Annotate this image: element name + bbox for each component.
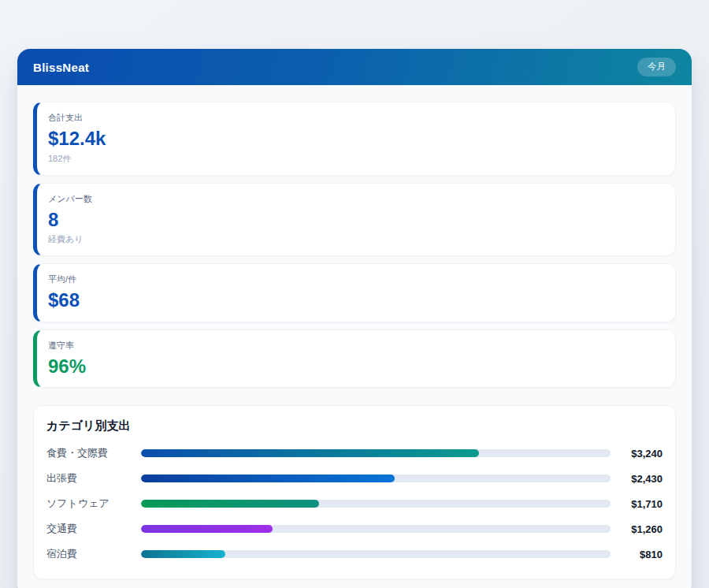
stat-value: $68 [48,289,661,311]
stat-value: $12.4k [48,128,661,150]
bar-track [141,550,611,558]
bar-track [141,500,611,508]
bar-fill [141,550,225,558]
category-row: 食費・交際費 $3,240 [46,446,663,460]
stat-sub: 経費あり [48,233,661,245]
category-label: 出張費 [46,471,141,486]
app-title: BlissNeat [33,61,89,74]
app-window: BlissNeat 今月 合計支出 $12.4k 182件 メンバー数 8 経費… [17,49,692,588]
category-label: 交通費 [46,522,141,536]
bar-fill [141,474,395,482]
stat-label: メンバー数 [48,193,661,205]
category-row: 宿泊費 $810 [46,547,663,561]
category-amount: $1,710 [611,498,663,510]
category-row: ソフトウェア $1,710 [46,497,663,511]
stat-card-total-spend: 合計支出 $12.4k 182件 [33,102,676,176]
category-amount: $3,240 [611,448,663,460]
category-label: ソフトウェア [46,497,141,511]
stat-sub: 182件 [48,153,661,165]
dashboard-content: 合計支出 $12.4k 182件 メンバー数 8 経費あり 平均/件 $68 遵… [17,85,692,588]
category-row: 交通費 $1,260 [46,522,663,536]
category-breakdown-card: カテゴリ別支出 食費・交際費 $3,240 出張費 $2,430 ソフトウェア … [33,405,676,579]
bar-fill [141,525,273,533]
stat-label: 合計支出 [48,112,661,124]
bar-track [141,449,611,457]
bar-fill [141,500,319,508]
stat-card-compliance-rate: 遵守率 96% [33,329,676,389]
category-amount: $810 [611,549,663,560]
stat-value: 8 [48,209,661,231]
category-label: 宿泊費 [46,547,141,561]
stat-value: 96% [48,355,661,378]
bar-track [141,474,611,482]
stat-card-member-count: メンバー数 8 経費あり [33,183,676,257]
category-breakdown-title: カテゴリ別支出 [46,419,663,434]
category-label: 食費・交際費 [46,446,141,460]
stat-label: 遵守率 [48,340,661,352]
category-amount: $1,260 [611,523,663,535]
period-badge[interactable]: 今月 [637,58,676,76]
bar-fill [141,449,479,457]
stat-card-average-per-item: 平均/件 $68 [33,263,676,322]
category-row: 出張費 $2,430 [46,471,663,486]
bar-track [141,525,611,533]
stat-label: 平均/件 [48,274,661,285]
app-header: BlissNeat 今月 [17,49,692,85]
category-amount: $2,430 [611,473,663,485]
